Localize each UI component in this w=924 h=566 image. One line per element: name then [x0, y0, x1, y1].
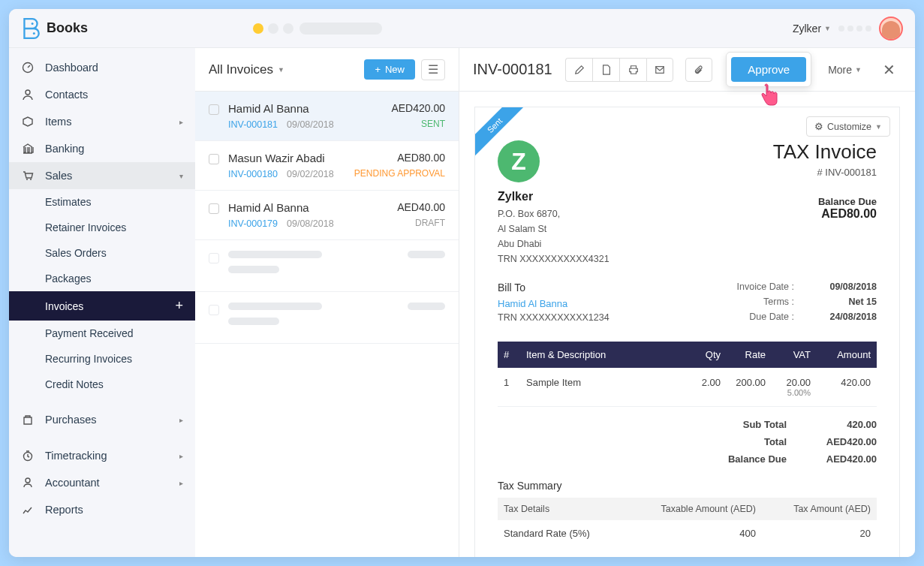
caret-down-icon: ▼: [875, 123, 882, 131]
nav-label: Sales: [45, 170, 72, 182]
col-amount: Amount: [817, 342, 877, 368]
company-address: P.O. Box 6870, Al Salam St Abu Dhabi TRN…: [498, 206, 609, 266]
svg-point-0: [32, 23, 34, 25]
tax-detail-name: Standard Rate (5%): [498, 520, 625, 546]
line-item-row: 1 Sample Item 2.00 200.00 20.005.00% 420…: [498, 368, 877, 407]
sidebar-item-invoices[interactable]: Invoices+: [9, 291, 195, 321]
sidebar-item-banking[interactable]: Banking: [9, 135, 195, 162]
approve-button[interactable]: Approve: [731, 57, 806, 82]
nav-label: Payment Received: [45, 327, 134, 339]
invoice-date-label: Invoice Date :: [737, 281, 794, 292]
sidebar-item-retainer-invoices[interactable]: Retainer Invoices: [9, 215, 195, 240]
email-button[interactable]: [646, 58, 673, 82]
pdf-icon: [601, 65, 612, 75]
sidebar-item-packages[interactable]: Packages: [9, 266, 195, 291]
item-qty: 2.00: [682, 368, 727, 407]
address-line: Abu Dhabi: [498, 236, 609, 251]
app-logo[interactable]: Books: [21, 17, 88, 40]
apps-grid-icon[interactable]: [838, 26, 871, 32]
svg-point-5: [30, 179, 32, 180]
window-controls: [253, 23, 293, 34]
sidebar-item-contacts[interactable]: Contacts: [9, 81, 195, 108]
address-line: Al Salam St: [498, 221, 609, 236]
sidebar-item-items[interactable]: Items ▸: [9, 108, 195, 135]
user-avatar[interactable]: [879, 17, 903, 41]
sidebar-item-sales[interactable]: Sales ▾: [9, 162, 195, 189]
invoice-amount: AED80.00: [354, 152, 445, 164]
due-date-value: 24/08/2018: [817, 312, 877, 322]
print-icon: [628, 65, 639, 75]
invoice-list-row[interactable]: Hamid Al Banna INV-000181 09/08/2018 AED…: [195, 92, 459, 141]
caret-down-icon: ▼: [278, 66, 284, 74]
org-selector[interactable]: Zylker ▼: [793, 23, 831, 35]
svg-point-1: [33, 32, 35, 34]
sidebar-item-credit-notes[interactable]: Credit Notes: [9, 372, 195, 397]
list-menu-button[interactable]: ☰: [421, 59, 445, 80]
row-checkbox[interactable]: [209, 203, 219, 214]
nav-label: Estimates: [45, 196, 91, 208]
sidebar-item-estimates[interactable]: Estimates: [9, 189, 195, 215]
sidebar-item-sales-orders[interactable]: Sales Orders: [9, 240, 195, 266]
terms-value: Net 15: [817, 297, 877, 307]
search-placeholder[interactable]: [299, 23, 382, 35]
invoice-list-row[interactable]: Hamid Al Banna INV-000179 09/08/2018 AED…: [195, 191, 459, 240]
gear-icon: ⚙: [814, 121, 823, 132]
pencil-icon: [574, 65, 585, 75]
plus-icon[interactable]: +: [175, 298, 183, 314]
sidebar-item-dashboard[interactable]: Dashboard: [9, 54, 195, 81]
tax-col-taxable: Taxable Amount (AED): [625, 498, 762, 520]
detail-body: ⚙ Customize ▼ Sent Z Zylker: [459, 92, 915, 557]
chevron-right-icon: ▸: [179, 416, 183, 424]
topbar: Books Zylker ▼: [9, 9, 915, 48]
sidebar-item-purchases[interactable]: Purchases ▸: [9, 406, 195, 433]
new-invoice-button[interactable]: + New: [364, 59, 415, 80]
chevron-right-icon: ▸: [179, 452, 183, 460]
sidebar-item-accountant[interactable]: Accountant ▸: [9, 469, 195, 496]
bill-to-label: Bill To: [498, 281, 609, 294]
nav-label: Packages: [45, 272, 91, 285]
attachment-button[interactable]: [685, 58, 712, 82]
caret-down-icon: ▼: [855, 66, 862, 74]
sales-icon: [21, 169, 35, 182]
list-filter-dropdown[interactable]: All Invoices ▼: [209, 62, 284, 77]
hamburger-icon: ☰: [428, 62, 438, 77]
invoice-list-row[interactable]: Masun Wazir Abadi INV-000180 09/02/2018 …: [195, 141, 459, 191]
bill-to-name[interactable]: Hamid Al Banna: [498, 298, 609, 309]
row-checkbox[interactable]: [209, 154, 219, 164]
terms-label: Terms :: [763, 297, 794, 307]
sidebar-item-recurring-invoices[interactable]: Recurring Invoices: [9, 346, 195, 372]
dashboard-icon: [21, 61, 35, 74]
doc-number: # INV-000181: [773, 167, 877, 178]
pdf-button[interactable]: [592, 58, 619, 82]
dot-icon: [268, 23, 278, 34]
sidebar-item-timetracking[interactable]: Timetracking ▸: [9, 442, 195, 469]
row-checkbox[interactable]: [209, 104, 219, 115]
print-button[interactable]: [619, 58, 646, 82]
clock-icon: [21, 449, 35, 462]
nav-label: Items: [45, 116, 71, 128]
balance-value: AED420.00: [809, 453, 877, 465]
status-ribbon: Sent: [475, 107, 528, 160]
customer-name: Hamid Al Banna: [228, 201, 388, 214]
close-button[interactable]: ✕: [877, 58, 901, 82]
edit-button[interactable]: [565, 58, 592, 82]
more-dropdown[interactable]: More ▼: [825, 59, 865, 80]
invoice-number-title: INV-000181: [473, 61, 552, 78]
item-desc: Sample Item: [520, 368, 682, 407]
sidebar-item-payment-received[interactable]: Payment Received: [9, 321, 195, 346]
tax-summary-title: Tax Summary: [498, 480, 877, 492]
invoice-list-column: All Invoices ▼ + New ☰ Hamid Al Banna IN…: [195, 48, 459, 557]
customize-label: Customize: [827, 122, 871, 132]
sidebar-item-reports[interactable]: Reports: [9, 496, 195, 523]
accountant-icon: [21, 476, 35, 489]
nav-label: Recurring Invoices: [45, 353, 132, 365]
nav-label: Reports: [45, 504, 83, 516]
main-area: Dashboard Contacts Items ▸ Banking Sales…: [9, 48, 915, 557]
content-area: All Invoices ▼ + New ☰ Hamid Al Banna IN…: [195, 48, 915, 557]
svg-point-3: [26, 90, 30, 95]
books-logo-icon: [21, 17, 41, 40]
tax-summary-table: Tax Details Taxable Amount (AED) Tax Amo…: [498, 498, 877, 546]
list-header: All Invoices ▼ + New ☰: [195, 48, 459, 92]
customize-button[interactable]: ⚙ Customize ▼: [806, 116, 890, 137]
tax-amount: 20: [762, 520, 877, 546]
